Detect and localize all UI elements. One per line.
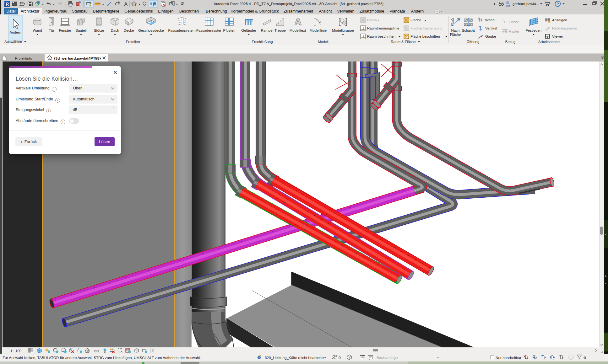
svg-text:L: L bbox=[605, 275, 607, 277]
svg-text:K: K bbox=[605, 282, 607, 285]
svg-text:Nur bearbeitbar: Nur bearbeitbar bbox=[496, 356, 521, 360]
svg-text::0: :0 bbox=[338, 356, 341, 360]
svg-text:320_Heizung_Kälte (nicht bearb: 320_Heizung_Kälte (nicht bearbeitb bbox=[265, 356, 324, 360]
svg-text:1 : 100: 1 : 100 bbox=[10, 349, 21, 353]
svg-text:Basisvorlage: Basisvorlage bbox=[377, 356, 398, 360]
svg-text:Zur Auswahl klicken, TABULATOR: Zur Auswahl klicken, TABULATOR für ander… bbox=[3, 356, 201, 360]
svg-text::0: :0 bbox=[583, 356, 586, 360]
svg-text:K: K bbox=[605, 233, 607, 236]
